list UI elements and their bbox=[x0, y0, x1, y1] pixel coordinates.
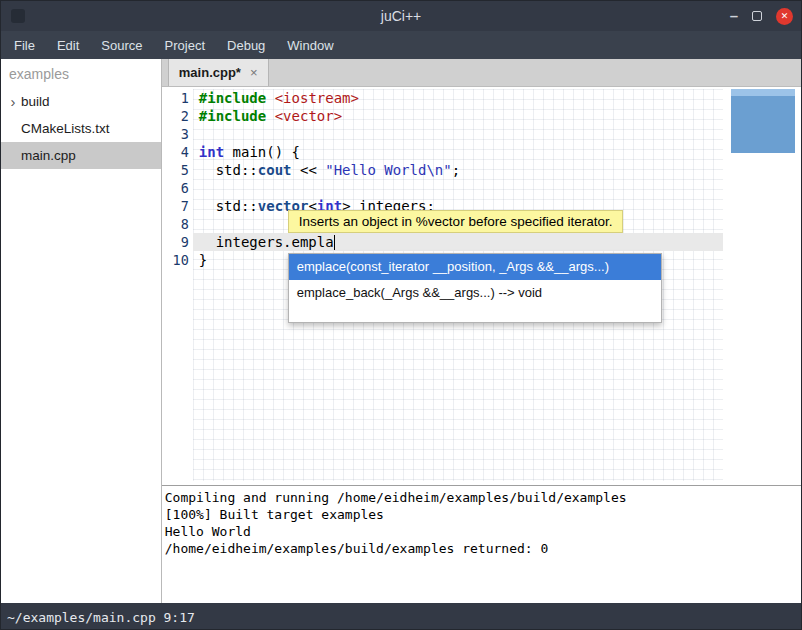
code-line-1[interactable]: 1#include <iostream> bbox=[162, 89, 801, 107]
line-number: 3 bbox=[162, 125, 193, 143]
doc-tooltip: Inserts an object in %vector before spec… bbox=[288, 210, 624, 233]
line-number: 5 bbox=[162, 161, 193, 179]
terminal-line: [100%] Built target examples bbox=[165, 506, 801, 523]
sidebar-item-cmakelists-txt[interactable]: CMakeLists.txt bbox=[1, 115, 161, 142]
code-text bbox=[193, 179, 199, 197]
chevron-right-icon[interactable]: › bbox=[5, 93, 21, 110]
terminal-line: /home/eidheim/examples/build/examples re… bbox=[165, 540, 801, 557]
menu-window[interactable]: Window bbox=[276, 31, 344, 59]
autocomplete-item[interactable]: emplace_back(_Args &&__args...) --> void bbox=[289, 280, 661, 306]
code-text bbox=[193, 215, 199, 233]
file-tree-header: examples bbox=[1, 59, 161, 88]
tabbar: main.cpp* × bbox=[162, 59, 801, 87]
menu-debug[interactable]: Debug bbox=[216, 31, 276, 59]
source-map-lines bbox=[731, 89, 795, 96]
titlebar: juCi++ – ✕ bbox=[1, 1, 801, 31]
menu-file[interactable]: File bbox=[3, 31, 46, 59]
code-text: std::cout << "Hello World\n"; bbox=[193, 161, 460, 179]
menu-project[interactable]: Project bbox=[154, 31, 216, 59]
line-number: 1 bbox=[162, 89, 193, 107]
editor-column: main.cpp* × 1#include <iostream>2#includ… bbox=[162, 59, 801, 603]
maximize-button[interactable] bbox=[752, 11, 762, 21]
file-tree: ›buildCMakeLists.txtmain.cpp bbox=[1, 88, 161, 169]
main-area: examples ›buildCMakeLists.txtmain.cpp ma… bbox=[1, 59, 801, 603]
sidebar-item-build[interactable]: ›build bbox=[1, 88, 161, 115]
menubar: FileEditSourceProjectDebugWindow bbox=[1, 31, 801, 59]
line-number: 6 bbox=[162, 179, 193, 197]
code-text bbox=[193, 125, 199, 143]
code-line-9[interactable]: 9 integers.empla bbox=[162, 233, 801, 251]
line-number: 7 bbox=[162, 197, 193, 215]
line-number: 9 bbox=[162, 233, 193, 251]
autocomplete-popup: emplace(const_iterator __position, _Args… bbox=[288, 253, 662, 323]
line-number: 4 bbox=[162, 143, 193, 161]
tab-main-cpp[interactable]: main.cpp* × bbox=[168, 59, 269, 86]
statusbar-file-position: ~/examples/main.cpp 9:17 bbox=[7, 610, 195, 625]
file-label: main.cpp bbox=[21, 148, 76, 163]
code-text: int main() { bbox=[193, 143, 300, 161]
line-number: 8 bbox=[162, 215, 193, 233]
sidebar-item-main-cpp[interactable]: main.cpp bbox=[1, 142, 161, 169]
code-line-4[interactable]: 4int main() { bbox=[162, 143, 801, 161]
output-terminal[interactable]: Compiling and running /home/eidheim/exam… bbox=[162, 485, 801, 603]
code-text: } bbox=[193, 251, 207, 269]
source-map[interactable] bbox=[731, 89, 795, 153]
file-label: build bbox=[21, 94, 50, 109]
minimize-button[interactable]: – bbox=[730, 11, 738, 21]
terminal-line: Compiling and running /home/eidheim/exam… bbox=[165, 489, 801, 506]
code-line-5[interactable]: 5 std::cout << "Hello World\n"; bbox=[162, 161, 801, 179]
menu-source[interactable]: Source bbox=[90, 31, 153, 59]
file-label: CMakeLists.txt bbox=[21, 121, 110, 136]
menu-edit[interactable]: Edit bbox=[46, 31, 90, 59]
code-line-3[interactable]: 3 bbox=[162, 125, 801, 143]
window-title: juCi++ bbox=[1, 8, 801, 24]
window-controls: – ✕ bbox=[730, 1, 793, 31]
line-number: 10 bbox=[162, 251, 193, 269]
tab-label: main.cpp* bbox=[179, 65, 241, 80]
code-text: integers.empla bbox=[193, 233, 335, 251]
close-button[interactable]: ✕ bbox=[776, 8, 793, 25]
code-text: #include <vector> bbox=[193, 107, 342, 125]
code-lines: 1#include <iostream>2#include <vector>34… bbox=[162, 89, 801, 269]
code-editor[interactable]: 1#include <iostream>2#include <vector>34… bbox=[162, 87, 801, 485]
code-line-2[interactable]: 2#include <vector> bbox=[162, 107, 801, 125]
file-tree-panel[interactable]: examples ›buildCMakeLists.txtmain.cpp bbox=[1, 59, 162, 603]
terminal-line: Hello World bbox=[165, 523, 801, 540]
autocomplete-item[interactable]: emplace(const_iterator __position, _Args… bbox=[289, 254, 661, 280]
source-map-viewport[interactable] bbox=[731, 96, 795, 153]
statusbar: ~/examples/main.cpp 9:17 bbox=[1, 603, 801, 630]
code-line-6[interactable]: 6 bbox=[162, 179, 801, 197]
code-text: #include <iostream> bbox=[193, 89, 359, 107]
text-cursor bbox=[334, 235, 336, 250]
app-window: juCi++ – ✕ FileEditSourceProjectDebugWin… bbox=[0, 0, 802, 630]
line-number: 2 bbox=[162, 107, 193, 125]
tab-close-icon[interactable]: × bbox=[250, 65, 258, 80]
